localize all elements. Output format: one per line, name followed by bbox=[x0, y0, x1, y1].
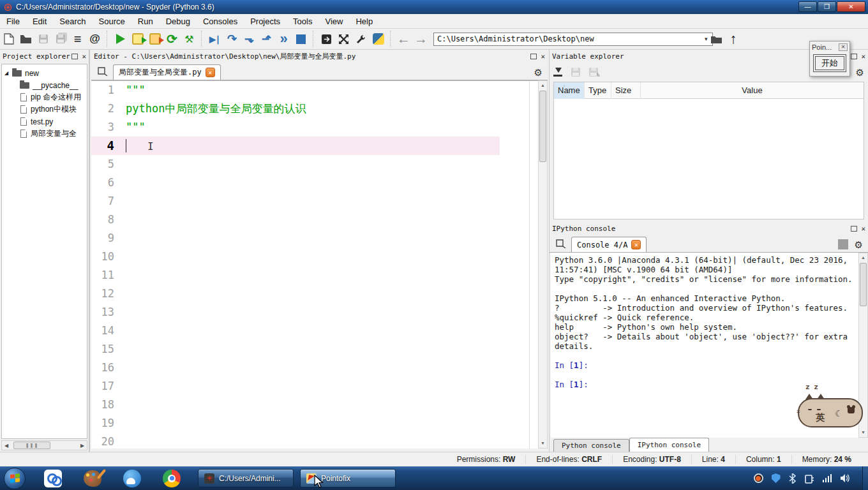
pinned-app-browser[interactable] bbox=[121, 469, 143, 488]
menu-view[interactable]: View bbox=[318, 15, 349, 28]
show-desktop-button[interactable] bbox=[862, 466, 868, 490]
browse-directory-button[interactable] bbox=[708, 31, 725, 48]
start-button[interactable] bbox=[4, 468, 26, 489]
close-pane-icon[interactable]: ✕ bbox=[82, 53, 86, 60]
save-all-button[interactable] bbox=[52, 31, 69, 48]
run-button[interactable] bbox=[112, 31, 129, 48]
taskbar-window-c-users-admini-[interactable]: C:/Users/Admini... bbox=[198, 469, 294, 487]
battery-tray-icon[interactable] bbox=[804, 473, 814, 484]
preferences-button[interactable] bbox=[352, 31, 370, 48]
parent-directory-button[interactable]: ↑ bbox=[725, 31, 742, 48]
menu-debug[interactable]: Debug bbox=[160, 15, 197, 28]
file-switcher-button[interactable]: ≡ bbox=[69, 31, 86, 48]
variable-explorer-options-icon[interactable]: ⚙ bbox=[856, 68, 864, 77]
menu-tools[interactable]: Tools bbox=[287, 15, 318, 28]
tree-item[interactable]: test.py bbox=[2, 115, 87, 128]
import-data-icon[interactable] bbox=[553, 68, 562, 77]
network-tray-icon[interactable] bbox=[823, 474, 832, 482]
pointofix-titlebar[interactable]: Poin... ✕ bbox=[810, 41, 849, 52]
bottom-tab-python-console[interactable]: Python console bbox=[553, 439, 629, 452]
console-tab[interactable]: Console 4/A ✕ bbox=[571, 237, 647, 252]
console-options-icon[interactable]: ⚙ bbox=[855, 240, 863, 249]
variables-table[interactable]: NameTypeSizeValue bbox=[553, 82, 864, 219]
debug-button[interactable]: ▶❘ bbox=[206, 31, 223, 48]
interrupt-kernel-icon[interactable] bbox=[838, 239, 848, 249]
tree-item[interactable]: python中模块 bbox=[2, 103, 87, 115]
undock-icon[interactable] bbox=[851, 226, 857, 232]
minimize-button[interactable]: — bbox=[798, 1, 817, 12]
browse-tabs-button[interactable] bbox=[553, 237, 569, 251]
column-header-type[interactable]: Type bbox=[585, 82, 611, 99]
pointofix-window[interactable]: Poin... ✕ 开始 bbox=[809, 41, 850, 77]
volume-tray-icon[interactable] bbox=[840, 473, 851, 483]
browse-tabs-button[interactable] bbox=[95, 64, 110, 78]
code-editor[interactable]: 1234567891011121314151617181920 """pytho… bbox=[91, 80, 538, 449]
scrollbar-thumb[interactable] bbox=[860, 263, 867, 306]
pinned-app-paint[interactable] bbox=[82, 469, 103, 488]
close-pane-icon[interactable]: ✕ bbox=[861, 225, 865, 232]
tab-close-icon[interactable]: ✕ bbox=[631, 240, 641, 249]
undock-icon[interactable] bbox=[71, 54, 78, 59]
bluetooth-tray-icon[interactable] bbox=[789, 473, 796, 484]
scroll-up-icon[interactable]: ▲ bbox=[539, 81, 547, 90]
restore-button[interactable]: ❐ bbox=[818, 1, 836, 12]
recording-tray-icon[interactable] bbox=[754, 473, 763, 483]
step-out-button[interactable]: ⬏ bbox=[258, 31, 275, 48]
fullscreen-button[interactable] bbox=[335, 31, 352, 48]
menu-search[interactable]: Search bbox=[53, 15, 92, 28]
security-tray-icon[interactable] bbox=[772, 473, 781, 483]
step-over-button[interactable]: ↷ bbox=[223, 31, 241, 48]
pinned-app-chrome[interactable] bbox=[161, 469, 183, 488]
editor-options-icon[interactable]: ⚙ bbox=[534, 68, 542, 77]
editor-tab[interactable]: 局部变量与全局变量.py ✕ bbox=[113, 64, 221, 80]
close-button[interactable]: ✕ bbox=[837, 1, 865, 12]
working-directory-input[interactable] bbox=[433, 33, 713, 46]
menu-edit[interactable]: Edit bbox=[26, 15, 53, 28]
scroll-right-icon[interactable]: ▶ bbox=[78, 443, 87, 449]
stop-debug-button[interactable] bbox=[292, 31, 310, 48]
tab-close-icon[interactable]: ✕ bbox=[206, 68, 215, 77]
new-file-button[interactable] bbox=[0, 31, 17, 48]
undock-icon[interactable] bbox=[851, 54, 857, 59]
tree-item[interactable]: pip 命令这样用 bbox=[2, 91, 87, 103]
save-data-as-icon[interactable]: ✎ bbox=[589, 68, 598, 77]
menu-projects[interactable]: Projects bbox=[244, 15, 287, 28]
column-header-value[interactable]: Value bbox=[641, 82, 864, 99]
save-button[interactable] bbox=[34, 31, 52, 48]
forward-button[interactable]: → bbox=[412, 31, 430, 48]
expander-icon[interactable]: ◢ bbox=[4, 70, 11, 76]
symbol-finder-button[interactable]: @ bbox=[86, 31, 103, 48]
close-pane-icon[interactable]: ✕ bbox=[541, 53, 545, 60]
continue-button[interactable]: » bbox=[275, 31, 292, 48]
menu-source[interactable]: Source bbox=[93, 15, 131, 28]
menu-help[interactable]: Help bbox=[349, 15, 379, 28]
layout-button[interactable] bbox=[318, 31, 335, 48]
python-path-button[interactable] bbox=[370, 31, 387, 48]
tree-root-new[interactable]: ◢ new bbox=[2, 67, 87, 79]
bottom-tab-ipython-console[interactable]: IPython console bbox=[629, 438, 709, 452]
run-cell-button[interactable] bbox=[129, 31, 146, 48]
undock-icon[interactable] bbox=[530, 54, 537, 59]
editor-scrollbar[interactable]: ▲ ▼ bbox=[538, 80, 548, 449]
run-config-button[interactable]: ⚒ bbox=[181, 31, 198, 48]
pointofix-close-icon[interactable]: ✕ bbox=[839, 43, 848, 51]
scroll-down-icon[interactable]: ▼ bbox=[539, 439, 547, 448]
pointofix-start-button[interactable]: 开始 bbox=[813, 54, 846, 72]
scroll-left-icon[interactable]: ◀ bbox=[2, 443, 11, 449]
tree-item[interactable]: 局部变量与全 bbox=[2, 128, 87, 140]
scroll-up-icon[interactable]: ▲ bbox=[859, 253, 867, 262]
pinned-app-messenger[interactable] bbox=[42, 469, 64, 488]
save-data-icon[interactable] bbox=[571, 68, 580, 77]
step-into-button[interactable]: ⬎ bbox=[241, 31, 258, 48]
title-bar[interactable]: C:/Users/Administrator/Desktop/new - Spy… bbox=[0, 0, 868, 14]
open-file-button[interactable] bbox=[17, 31, 34, 48]
tree-item[interactable]: __pycache__ bbox=[2, 79, 87, 91]
horizontal-scrollbar[interactable]: ◀ ❚❚❚ ▶ bbox=[1, 440, 87, 450]
menu-file[interactable]: File bbox=[0, 15, 26, 28]
close-pane-icon[interactable]: ✕ bbox=[861, 53, 865, 60]
column-header-size[interactable]: Size bbox=[611, 82, 641, 99]
menu-run[interactable]: Run bbox=[131, 15, 160, 28]
column-header-name[interactable]: Name bbox=[554, 82, 585, 99]
rerun-button[interactable]: ⟳ bbox=[163, 31, 181, 48]
run-cell-advance-button[interactable] bbox=[146, 31, 163, 48]
